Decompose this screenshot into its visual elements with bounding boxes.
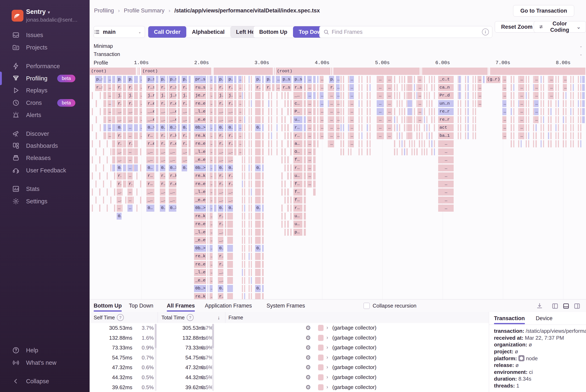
flame-frame[interactable]: …: [238, 100, 242, 107]
flame-frame[interactable]: [472, 100, 474, 107]
flame-frame[interactable]: [429, 100, 430, 107]
flame-frame[interactable]: …: [319, 124, 324, 131]
flame-frame[interactable]: [207, 92, 209, 99]
flame-frame[interactable]: …: [107, 92, 111, 99]
flame-frame[interactable]: [343, 132, 344, 140]
flame-frame[interactable]: …: [307, 180, 312, 188]
flame-frame[interactable]: r…s: [95, 84, 103, 91]
flame-frame[interactable]: [134, 148, 138, 156]
flame-frame[interactable]: [582, 84, 585, 91]
flame-frame[interactable]: [424, 148, 425, 156]
flame-frame[interactable]: re…k: [194, 253, 206, 260]
flame-frame[interactable]: [411, 148, 413, 156]
flame-frame[interactable]: …: [209, 188, 213, 196]
flame-frame[interactable]: [284, 221, 286, 228]
flame-frame[interactable]: …: [209, 261, 213, 268]
flame-frame[interactable]: [460, 116, 461, 123]
flame-frame[interactable]: [107, 188, 108, 196]
flame-frame[interactable]: [543, 76, 544, 83]
flame-frame[interactable]: [426, 92, 428, 99]
flame-frame[interactable]: [416, 124, 418, 131]
flame-frame[interactable]: [411, 140, 413, 147]
flame-frame[interactable]: _c…t: [438, 76, 454, 83]
flame-frame[interactable]: [156, 116, 159, 123]
flame-frame[interactable]: ca…n: [438, 84, 454, 91]
frame-table-row[interactable]: 73.33ms0.9%73.33ms0.9%⚙›(garbage collect…: [90, 343, 489, 353]
flame-frame[interactable]: [248, 156, 250, 164]
flame-frame[interactable]: [188, 84, 191, 91]
flame-frame[interactable]: [578, 140, 579, 147]
flame-frame[interactable]: …: [438, 172, 454, 180]
flame-frame[interactable]: [313, 164, 316, 172]
flame-frame[interactable]: [92, 188, 93, 196]
flame-frame[interactable]: …: [139, 76, 142, 83]
checkbox[interactable]: [363, 303, 370, 309]
flame-frame[interactable]: [214, 164, 217, 172]
flame-frame[interactable]: [234, 108, 236, 115]
flame-frame[interactable]: [112, 108, 116, 115]
flame-frame[interactable]: [284, 116, 286, 123]
flame-frame[interactable]: [578, 108, 579, 115]
flame-frame[interactable]: [276, 148, 278, 156]
flame-frame[interactable]: p…: [218, 76, 224, 83]
flame-frame[interactable]: [366, 124, 368, 131]
flame-frame[interactable]: [424, 108, 425, 115]
flame-frame[interactable]: …: [438, 140, 454, 147]
flame-frame[interactable]: …: [417, 76, 422, 83]
flame-frame[interactable]: [358, 100, 360, 107]
flame-frame[interactable]: [251, 180, 252, 188]
flame-frame[interactable]: [416, 132, 418, 140]
flame-frame[interactable]: [248, 196, 250, 204]
flame-frame[interactable]: [123, 116, 126, 123]
flame-frame[interactable]: [513, 108, 514, 115]
flame-frame[interactable]: …: [238, 92, 242, 99]
flame-frame[interactable]: _…: [218, 148, 224, 156]
flame-frame[interactable]: [244, 229, 245, 236]
flame-frame[interactable]: [207, 108, 209, 115]
flame-frame[interactable]: [401, 100, 403, 107]
layout-right-icon[interactable]: [573, 302, 581, 310]
flame-frame[interactable]: [421, 140, 423, 147]
flame-frame[interactable]: [313, 116, 316, 123]
flame-frame[interactable]: [178, 116, 180, 123]
flame-frame[interactable]: [214, 84, 217, 91]
flame-frame[interactable]: [107, 156, 108, 164]
flame-frame[interactable]: …: [209, 204, 213, 212]
flame-frame[interactable]: [244, 108, 245, 115]
flame-frame[interactable]: [572, 124, 574, 131]
flame-frame[interactable]: [114, 188, 115, 196]
flame-frame[interactable]: …: [107, 132, 111, 140]
flame-frame[interactable]: [348, 100, 349, 107]
thread-selector[interactable]: main ⌄: [94, 26, 145, 38]
flame-frame[interactable]: …: [519, 100, 524, 107]
org-switcher[interactable]: Sentry▾: [26, 8, 50, 16]
flame-frame[interactable]: …: [477, 84, 482, 91]
flame-frame[interactable]: 0…: [181, 164, 187, 172]
flame-frame[interactable]: r…s: [169, 84, 177, 91]
flame-frame[interactable]: [255, 180, 261, 188]
flame-frame[interactable]: [414, 92, 415, 99]
flame-frame[interactable]: [582, 100, 585, 107]
flame-frame[interactable]: …: [336, 100, 340, 107]
flame-frame[interactable]: [366, 116, 368, 123]
flame-frame[interactable]: [248, 108, 250, 115]
flame-frame[interactable]: [100, 92, 101, 99]
flame-frame[interactable]: …: [139, 84, 142, 91]
flame-frame[interactable]: [103, 164, 104, 172]
flame-frame[interactable]: [290, 196, 292, 204]
flame-frame[interactable]: (root): [275, 68, 331, 75]
flame-frame[interactable]: [274, 68, 275, 75]
flame-frame[interactable]: [414, 148, 415, 156]
layout-bottom-icon[interactable]: [562, 302, 570, 310]
flame-frame[interactable]: [317, 132, 319, 140]
flame-frame[interactable]: [287, 108, 289, 115]
flame-frame[interactable]: [528, 140, 529, 147]
flame-frame[interactable]: r…: [117, 180, 122, 188]
flame-frame[interactable]: [234, 84, 236, 91]
flame-frame[interactable]: …: [209, 245, 213, 252]
flame-frame[interactable]: [242, 188, 243, 196]
flame-frame[interactable]: [404, 140, 405, 147]
flame-frame[interactable]: [225, 188, 226, 196]
flame-frame[interactable]: [562, 116, 564, 123]
flame-frame[interactable]: [242, 116, 243, 123]
